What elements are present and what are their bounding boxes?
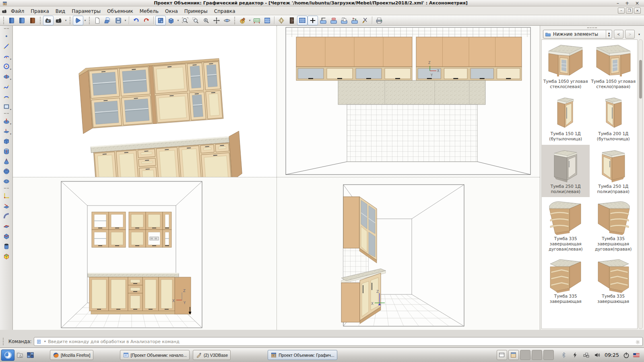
minimize-button[interactable]: – [617,0,619,6]
menu-4[interactable]: Объемник [104,8,136,15]
taskbar-window-3[interactable]: Проект Объемник: Графич... [268,350,337,360]
arc-3pt-button[interactable] [1,91,12,101]
next-category-button[interactable]: > [625,30,635,39]
viewport-axonometric[interactable] [13,26,277,177]
extrude-button[interactable]: ▾ [1,126,12,136]
panel-grip[interactable] [587,27,597,29]
mdi-minimize-button[interactable]: – [618,8,625,14]
file-manager-launcher[interactable] [14,350,25,360]
command-dropdown-icon[interactable]: ▾ [43,340,47,343]
catalog-item[interactable]: Тумба 335 завершающая дуговая(левая) [542,197,590,255]
compass-edit-button[interactable] [360,16,370,25]
move-3d-button[interactable] [1,201,12,211]
toolbar-grip[interactable] [4,113,9,114]
torus-button[interactable] [1,176,12,186]
box-blue-1-button[interactable] [6,16,17,25]
catalog-item[interactable]: Тумба 335 завершающая [590,255,638,307]
menu-7[interactable]: Примеры [181,8,211,15]
doc-open-button[interactable] [103,16,113,25]
ellipse-disc-button[interactable]: ▾ [1,71,12,81]
pan-button[interactable] [211,16,222,25]
menu-1[interactable]: Правка [27,8,52,15]
grid-stand-button[interactable] [252,16,262,25]
toolbar-grip[interactable] [40,17,41,24]
catalog-item[interactable]: Тумба 335 завершающая дуговая(правая) [590,197,638,255]
volume[interactable] [594,352,601,358]
catalog-item[interactable]: Тумба 200 1Д (бутылочница) [590,92,638,144]
cone-button[interactable] [1,156,12,166]
render-palette-button[interactable] [237,16,248,25]
mdi-close-button[interactable]: × [634,8,641,14]
desktop-pager-launcher[interactable] [25,350,35,360]
save-button[interactable] [113,16,124,25]
taskbar-blank-button[interactable] [532,350,542,360]
doc-new-button[interactable] [92,16,103,25]
dropdown-arrow-icon[interactable]: ▾ [176,19,180,22]
camera-render-button[interactable] [43,16,54,25]
texture-fill-button[interactable] [262,16,272,25]
arc-button[interactable]: ▾ [1,51,12,61]
grid-cube-button[interactable] [297,16,308,25]
menu-3[interactable]: Параметры [68,8,104,15]
toolbar-grip[interactable] [4,188,9,189]
dropdown-arrow-icon[interactable]: ▾ [64,19,68,22]
viewport-front[interactable]: Z X Y [13,177,277,330]
toolbar-grip[interactable] [4,28,9,29]
start-button[interactable] [1,350,14,361]
toolbar-grip[interactable] [234,17,235,24]
point-button[interactable] [1,31,12,41]
circle-button[interactable]: ▾ [1,61,12,71]
taskbar-window-1[interactable]: [Проект Объемник: начало... [120,350,190,360]
catalog-item[interactable]: Тумба 250 1Д полки(правая) [590,145,638,197]
bluetooth[interactable] [560,352,567,358]
menu-6[interactable]: Окна [162,8,181,15]
category-select[interactable]: Нижние элементы ▲▼ [543,30,612,39]
menu-8[interactable]: Справка [211,8,239,15]
taskbar-blank-button[interactable] [543,350,554,360]
copy-sheets-button[interactable] [339,16,349,25]
printer-setup-button[interactable] [374,16,384,25]
pager[interactable] [583,352,590,358]
scene-box-button[interactable] [166,16,176,25]
eraser-box-button[interactable] [328,16,339,25]
menu-2[interactable]: Вид [52,8,68,15]
catalog-item[interactable]: Тумба 250 1Д полки(левая) [542,145,590,197]
orbit-button[interactable] [222,16,232,25]
dropdown-arrow-icon[interactable]: ▾ [83,19,87,22]
mdi-restore-button[interactable]: ❐ [626,8,633,14]
zoom-in-button[interactable] [201,16,211,25]
gear-icon[interactable] [635,338,640,346]
catalog-item[interactable]: Тумба 1050 угловая стекло(правая) [590,40,638,92]
viewports-button[interactable] [155,16,166,25]
axis-corner-button[interactable] [1,191,12,201]
redo-button[interactable] [141,16,152,25]
viewport-side[interactable]: Z X [277,177,540,330]
cube-colored-button[interactable] [1,251,12,261]
menu-5[interactable]: Мебель [136,8,162,15]
sphere-button[interactable] [1,166,12,176]
rectangle-button[interactable]: ▾ [1,101,12,111]
viewport-divider-horizontal[interactable] [13,177,540,177]
prism-red-button[interactable] [1,231,12,241]
cone-view-button[interactable] [73,16,83,25]
dropdown-arrow-icon[interactable]: ▾ [124,19,127,22]
command-input[interactable] [48,339,634,344]
measure-corner-button[interactable] [318,16,328,25]
door-dark-button[interactable] [287,16,297,25]
panel-menu-arrow-icon[interactable]: ▾ [636,33,642,36]
zoom-window-button[interactable] [190,16,201,25]
scrollbar-thumb[interactable] [639,60,642,99]
power[interactable] [623,352,630,359]
box-blue-2-button[interactable] [17,16,27,25]
app-mini-button[interactable] [508,350,519,360]
prev-category-button[interactable]: < [614,30,623,39]
line-button[interactable] [1,41,12,51]
command-bar-grip[interactable] [3,338,4,345]
catalog-item[interactable]: Тумба 335 завершающая [542,255,590,307]
menu-0[interactable]: Файл [8,8,27,15]
spline-button[interactable] [1,81,12,91]
box3d-button[interactable] [1,136,12,146]
zoom-extents-button[interactable] [180,16,190,25]
camera-photo-button[interactable] [54,16,64,25]
taskbar-blank-button[interactable] [520,350,530,360]
